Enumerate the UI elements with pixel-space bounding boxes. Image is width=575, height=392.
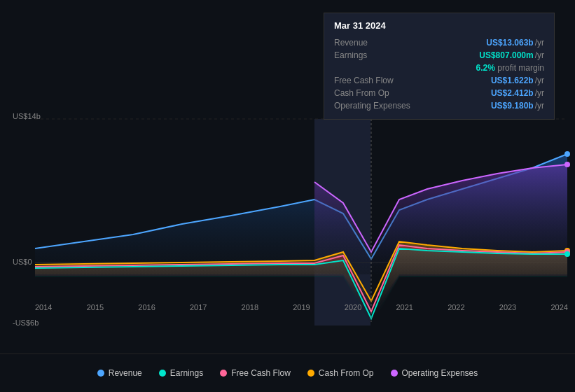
tooltip-row-cashop: Cash From Op US$2.412b /yr (334, 87, 544, 99)
svg-point-6 (564, 251, 570, 257)
tooltip-value-revenue: US$13.063b (486, 38, 533, 48)
legend-dot-fcf (220, 370, 227, 377)
tooltip-label-revenue: Revenue (334, 38, 480, 48)
y-label-bot: -US$6b (13, 318, 39, 327)
tooltip-unit-fcf: /yr (535, 76, 544, 85)
x-labels: 2014 2015 2016 2017 2018 2019 2020 2021 … (35, 303, 568, 312)
x-label-2018: 2018 (242, 303, 258, 312)
y-label-mid: US$0 (13, 258, 32, 266)
x-label-2022: 2022 (448, 303, 464, 312)
x-label-2024: 2024 (550, 303, 567, 312)
tooltip-label-fcf: Free Cash Flow (334, 76, 485, 85)
legend-label-fcf: Free Cash Flow (231, 368, 291, 378)
svg-point-2 (564, 151, 570, 157)
tooltip-value-cashop: US$2.412b (491, 88, 534, 98)
tooltip-value-fcf: US$1.622b (491, 76, 534, 85)
tooltip-row-fcf: Free Cash Flow US$1.622b /yr (334, 74, 544, 87)
tooltip-row-earnings: Earnings US$807.000m /yr (334, 49, 544, 62)
x-label-2020: 2020 (345, 303, 361, 312)
legend-item-earnings[interactable]: Earnings (159, 368, 203, 378)
legend-bar: Revenue Earnings Free Cash Flow Cash Fro… (0, 354, 575, 392)
tooltip-date: Mar 31 2024 (334, 20, 544, 31)
legend-item-opex[interactable]: Operating Expenses (391, 368, 478, 378)
legend-label-cashop: Cash From Op (319, 368, 374, 378)
x-label-2017: 2017 (190, 303, 207, 312)
x-label-2016: 2016 (138, 303, 155, 312)
legend-dot-earnings (159, 370, 166, 377)
x-label-2021: 2021 (396, 303, 413, 312)
legend-label-earnings: Earnings (170, 368, 203, 378)
legend-label-revenue: Revenue (109, 368, 142, 378)
legend-label-opex: Operating Expenses (402, 368, 478, 378)
tooltip-value-earnings: US$807.000m (479, 50, 533, 60)
tooltip-unit-opex: /yr (535, 101, 544, 111)
tooltip-margin-pct: 6.2% (476, 63, 495, 73)
tooltip-box: Mar 31 2024 Revenue US$13.063b /yr Earni… (324, 13, 555, 120)
x-label-2014: 2014 (35, 303, 52, 312)
x-label-2019: 2019 (293, 303, 310, 312)
tooltip-label-opex: Operating Expenses (334, 101, 485, 111)
x-label-2015: 2015 (87, 303, 104, 312)
legend-item-revenue[interactable]: Revenue (97, 368, 142, 378)
legend-dot-cashop (307, 370, 314, 377)
legend-dot-opex (391, 370, 398, 377)
tooltip-margin-label: profit margin (495, 63, 544, 73)
tooltip-unit-revenue: /yr (535, 38, 544, 48)
legend-item-fcf[interactable]: Free Cash Flow (220, 368, 291, 378)
tooltip-value-opex: US$9.180b (491, 101, 534, 111)
tooltip-row-revenue: Revenue US$13.063b /yr (334, 36, 544, 49)
y-label-top: US$14b (13, 112, 41, 120)
tooltip-unit-cashop: /yr (535, 88, 544, 98)
chart-area: US$14b US$0 -US$6b 2014 2015 2016 2017 2… (0, 0, 575, 354)
tooltip-label-earnings: Earnings (334, 50, 473, 60)
tooltip-row-margin: 6.2% profit margin (334, 62, 544, 74)
x-label-2023: 2023 (499, 303, 516, 312)
legend-item-cashop[interactable]: Cash From Op (307, 368, 374, 378)
tooltip-label-cashop: Cash From Op (334, 88, 485, 98)
tooltip-unit-earnings: /yr (535, 50, 544, 60)
legend-dot-revenue (97, 370, 104, 377)
svg-point-3 (564, 162, 570, 167)
tooltip-row-opex: Operating Expenses US$9.180b /yr (334, 99, 544, 112)
